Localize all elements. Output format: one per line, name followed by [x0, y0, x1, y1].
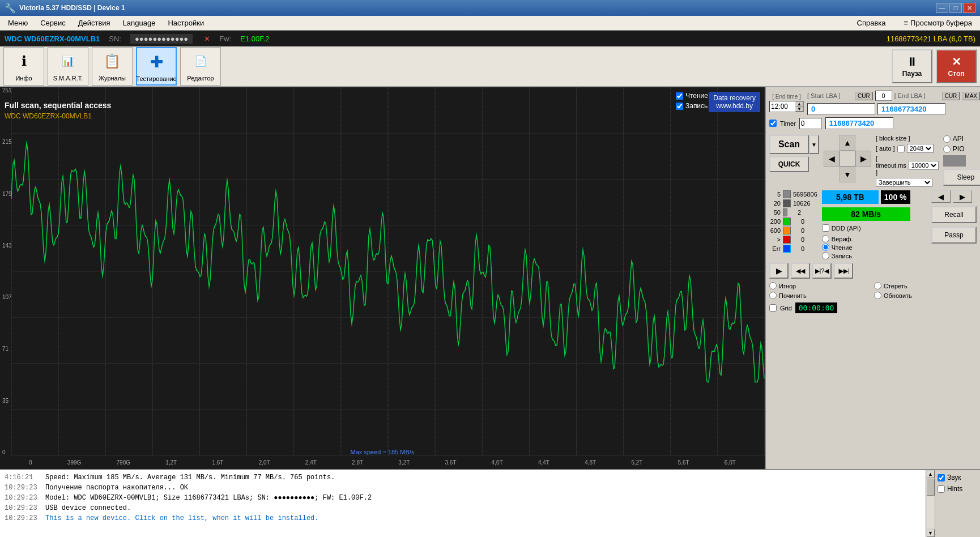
- journals-label: Журналы: [99, 75, 126, 82]
- update-radio[interactable]: [874, 292, 881, 299]
- end-time-up[interactable]: ▲: [795, 101, 803, 106]
- start-lba-zero: 0: [875, 91, 892, 101]
- left-nav-button[interactable]: ◀: [931, 190, 951, 203]
- auto-label: [ auto ]: [876, 145, 895, 152]
- nav-down-button[interactable]: ▼: [840, 167, 855, 182]
- minimize-button[interactable]: —: [936, 3, 948, 13]
- err-50-label: 50: [769, 209, 781, 216]
- timer-checkbox[interactable]: [769, 120, 777, 127]
- sound-label: Звук: [947, 474, 961, 481]
- erase-row: Стереть: [874, 282, 977, 289]
- speed-row: 82 MB/s: [822, 207, 910, 221]
- write-type-label: Запись: [832, 253, 852, 259]
- ddd-checkbox[interactable]: [822, 224, 829, 232]
- start-lba-cur-button[interactable]: CUR: [855, 92, 873, 100]
- maximize-button[interactable]: □: [949, 3, 962, 13]
- testing-button[interactable]: ✚ Тестирование: [136, 47, 177, 86]
- auto-checkbox[interactable]: [897, 145, 905, 152]
- write-radio[interactable]: [822, 252, 829, 259]
- scan-row: Scan ▼: [769, 135, 819, 154]
- smart-button[interactable]: 📊 S.M.A.R.T.: [48, 47, 88, 86]
- max-speed-label: Max speed = 185 MB/s: [351, 449, 415, 455]
- block-size-select[interactable]: 2048 1024 512: [907, 144, 934, 153]
- scan-dropdown-button[interactable]: ▼: [809, 135, 819, 154]
- log-entry-4: 10:29:23 This is a new device. Click on …: [5, 513, 921, 523]
- quick-button[interactable]: QUICK: [769, 156, 809, 172]
- sn-clear-button[interactable]: ✕: [204, 35, 210, 43]
- pause-button[interactable]: ⏸ Пауза: [892, 49, 932, 83]
- rewind-button[interactable]: ◀◀: [791, 263, 810, 279]
- menu-help[interactable]: Справка: [851, 18, 892, 28]
- log-entry-2: 10:29:23 Model: WDC WD60EZRX-00MVLB1; Si…: [5, 493, 921, 503]
- menu-language[interactable]: Language: [117, 18, 161, 28]
- grid-section: Grid 00:00:00: [769, 302, 977, 313]
- err-err-val: 0: [793, 245, 804, 252]
- write-checkbox[interactable]: [676, 103, 683, 110]
- editor-button[interactable]: 📄 Редактор: [180, 47, 221, 86]
- err-20-val: 10626: [793, 200, 811, 207]
- pio-radio[interactable]: [943, 146, 951, 153]
- stop-button[interactable]: ✕ Стоп: [936, 49, 977, 83]
- write-label: Запись: [685, 102, 708, 110]
- journals-button[interactable]: 📋 Журналы: [92, 47, 133, 86]
- log-scroll-thumb[interactable]: [927, 479, 935, 496]
- sleep-button[interactable]: Sleep: [943, 169, 980, 186]
- write-check-row: Запись: [676, 102, 708, 110]
- speed-value: 82 MB/s: [822, 207, 910, 221]
- log-scroll-down[interactable]: ▼: [927, 529, 935, 537]
- end-time-down[interactable]: ▼: [795, 106, 803, 112]
- timeout-select[interactable]: 10000 5000 30000: [909, 161, 939, 170]
- api-radio[interactable]: [943, 135, 951, 143]
- menu-service[interactable]: Сервис: [35, 18, 71, 28]
- ddd-row: DDD (API): [822, 224, 910, 232]
- radio-write: Запись: [822, 252, 910, 259]
- menu-menu[interactable]: Меню: [2, 18, 33, 28]
- toolbar-right-buttons: ⏸ Пауза ✕ Стоп: [892, 49, 977, 83]
- nav-left-button[interactable]: ◀: [824, 151, 840, 167]
- verify-radio[interactable]: [822, 235, 829, 242]
- repair-radio[interactable]: [769, 292, 777, 299]
- lba-value: 11686773421 LBA (6,0 TB): [887, 35, 975, 43]
- nav-empty-bl: [824, 167, 840, 182]
- end-lba-max-button[interactable]: MAX: [962, 92, 980, 100]
- nav-right-button[interactable]: ▶: [855, 151, 871, 167]
- nav-up-button[interactable]: ▲: [840, 135, 855, 151]
- err-200-label: 200: [769, 218, 781, 225]
- close-button[interactable]: ✕: [963, 3, 975, 13]
- sound-checkbox[interactable]: [938, 474, 945, 481]
- recall-button[interactable]: Recall: [931, 206, 977, 223]
- drivebar: WDC WD60EZRX-00MVLB1 SN: ●●●●●●●●●●●● ✕ …: [0, 31, 980, 46]
- y-axis: 251 215 179 143 107 71 35 0: [2, 87, 12, 455]
- end-time-input[interactable]: [770, 101, 795, 112]
- right-action-buttons: ◀ ▶ Recall Passp: [931, 190, 977, 244]
- menu-actions[interactable]: Действия: [73, 18, 116, 28]
- api-pio-section: API PIO Sleep: [943, 135, 980, 186]
- pio-indicator: [943, 155, 966, 167]
- end-lba-cur-button[interactable]: CUR: [942, 92, 960, 100]
- passp-button[interactable]: Passp: [931, 227, 977, 244]
- step-fwd-button[interactable]: |▶▶|: [834, 263, 853, 279]
- app-title: Victoria 5.37 HDD/SSD | Device 1: [19, 4, 125, 12]
- timer-input[interactable]: [799, 118, 822, 129]
- log-scroll-track[interactable]: [927, 479, 935, 529]
- grid-checkbox[interactable]: [769, 304, 777, 312]
- log-scroll-up[interactable]: ▲: [927, 470, 935, 478]
- log-scrollbar: ▲ ▼: [926, 470, 935, 537]
- play-button[interactable]: ▶: [769, 263, 789, 279]
- ignore-radio[interactable]: [769, 282, 777, 289]
- menu-buffer[interactable]: ≡ Просмотр буфера: [898, 18, 978, 28]
- hints-checkbox[interactable]: [938, 485, 945, 493]
- info-button[interactable]: ℹ Инфо: [3, 47, 44, 86]
- read-checkbox[interactable]: [676, 92, 683, 100]
- menu-settings[interactable]: Настройки: [162, 18, 210, 28]
- right-nav-button[interactable]: ▶: [953, 190, 972, 203]
- chart-canvas: [0, 87, 765, 469]
- erase-radio[interactable]: [874, 282, 881, 289]
- read-radio[interactable]: [822, 244, 829, 251]
- log-entry-1: 10:29:23 Получение паспорта накопителя..…: [5, 483, 921, 493]
- nav-center: [840, 151, 855, 167]
- scan-button[interactable]: Scan: [769, 135, 809, 154]
- step-back-button[interactable]: ▶|?◀: [812, 263, 832, 279]
- complete-select[interactable]: Завершить Перезагрузка: [876, 178, 932, 187]
- complete-row: Завершить Перезагрузка: [876, 178, 939, 187]
